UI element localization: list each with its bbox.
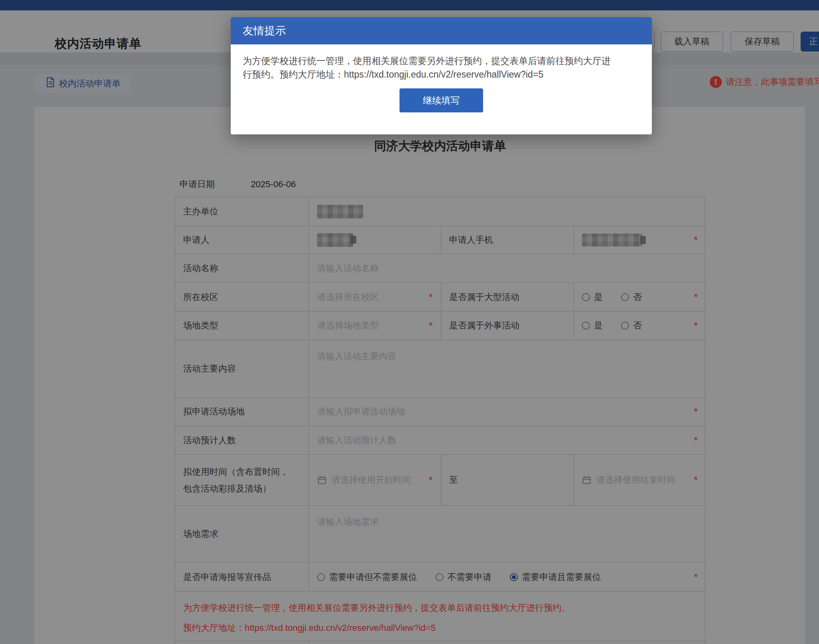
page: 校内活动申请单 载入草稿 保存草稿 正 校内活动申请单 ! 请注意，此事项需要填… (0, 0, 819, 644)
dialog-body-text: 为方便学校进行统一管理，使用相关展位需要另外进行预约，提交表单后请前往预约大厅进… (231, 44, 652, 81)
friendly-reminder-dialog: 友情提示 为方便学校进行统一管理，使用相关展位需要另外进行预约，提交表单后请前往… (231, 17, 652, 134)
dialog-title-bar: 友情提示 (231, 17, 652, 44)
dialog-title: 友情提示 (243, 24, 286, 38)
continue-filling-button[interactable]: 继续填写 (400, 88, 483, 112)
